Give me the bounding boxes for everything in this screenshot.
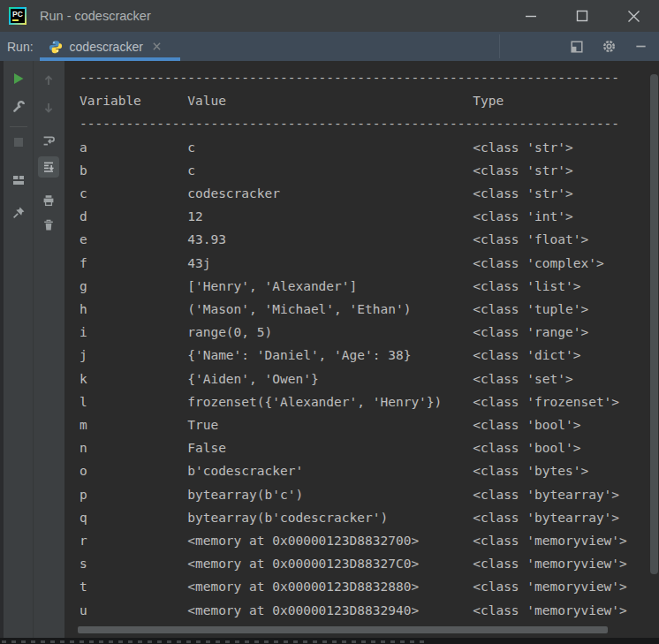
window-controls xyxy=(505,0,659,32)
run-toolwindow-body: ----------------------------------------… xyxy=(0,61,659,638)
layout-settings-button[interactable] xyxy=(569,39,585,55)
soft-wrap-icon xyxy=(42,133,56,148)
tabbar-divider xyxy=(499,34,500,58)
close-icon xyxy=(627,10,640,23)
wrench-icon xyxy=(11,100,26,114)
pycharm-logo-text: PC xyxy=(12,10,23,19)
layout-icon xyxy=(570,40,584,54)
soft-wrap-button[interactable] xyxy=(38,130,59,151)
modify-run-configuration-button[interactable] xyxy=(8,96,29,117)
console-output: ----------------------------------------… xyxy=(64,61,659,622)
trash-icon xyxy=(42,218,56,232)
down-stack-trace-button[interactable] xyxy=(38,97,59,118)
pin-tab-button[interactable] xyxy=(8,202,29,224)
printer-icon xyxy=(42,193,56,208)
pycharm-logo-underline xyxy=(12,19,19,21)
hide-icon xyxy=(634,40,648,53)
window-maximize-button[interactable] xyxy=(557,0,608,32)
hide-toolwindow-button[interactable] xyxy=(632,39,648,55)
settings-button[interactable] xyxy=(601,39,617,55)
scroll-to-end-icon xyxy=(42,160,56,174)
window-minimize-button[interactable] xyxy=(505,0,557,32)
clipped-bottom-strip xyxy=(0,638,659,644)
rerun-button[interactable] xyxy=(8,68,29,89)
clear-all-button[interactable] xyxy=(38,215,59,236)
run-toolwindow-tabbar: Run: codescracker xyxy=(0,32,659,61)
toolbar-separator xyxy=(10,126,27,127)
vertical-scrollbar[interactable] xyxy=(650,74,658,574)
stop-button[interactable] xyxy=(8,132,29,153)
layout-grid-icon xyxy=(11,173,26,187)
minimize-icon xyxy=(525,10,537,22)
scroll-to-end-button[interactable] xyxy=(38,156,59,178)
down-arrow-icon xyxy=(42,101,56,115)
run-toolbar-column-1 xyxy=(4,61,34,638)
tab-close-button[interactable] xyxy=(152,42,162,51)
window-close-button[interactable] xyxy=(608,0,659,32)
up-arrow-icon xyxy=(42,73,56,87)
pycharm-logo-icon: PC xyxy=(9,7,27,25)
stop-icon xyxy=(11,135,26,149)
pycharm-run-window: PC Run - codescracker Run: cod xyxy=(0,0,659,644)
tabbar-actions xyxy=(569,39,659,55)
run-toolbar-column-2 xyxy=(34,61,64,638)
print-button[interactable] xyxy=(38,190,59,211)
window-titlebar: PC Run - codescracker xyxy=(0,0,659,32)
horizontal-scrollbar[interactable] xyxy=(78,626,608,633)
clipped-text-dashes xyxy=(2,640,424,643)
run-play-icon xyxy=(11,72,26,86)
restore-layout-button[interactable] xyxy=(8,170,29,191)
run-console: ----------------------------------------… xyxy=(64,61,659,638)
run-toolbar xyxy=(4,61,64,638)
python-icon xyxy=(49,40,63,54)
maximize-icon xyxy=(576,10,588,22)
tab-label: codescracker xyxy=(70,40,143,54)
pin-icon xyxy=(11,206,26,220)
window-title: Run - codescracker xyxy=(40,9,151,23)
gear-icon xyxy=(602,39,617,54)
up-stack-trace-button[interactable] xyxy=(38,70,59,91)
run-label: Run: xyxy=(7,40,34,54)
tab-close-icon xyxy=(152,42,162,51)
